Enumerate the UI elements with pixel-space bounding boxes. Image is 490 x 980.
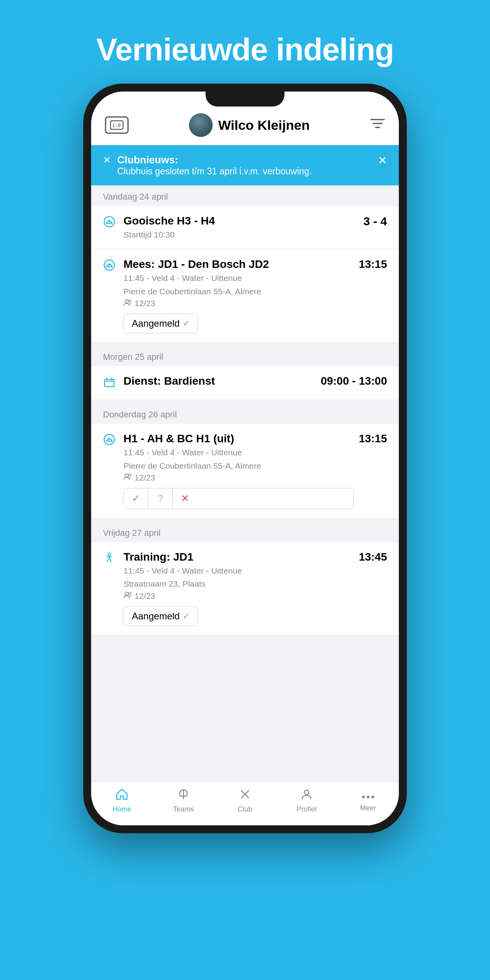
people-icon xyxy=(123,473,132,482)
event-details: Gooische H3 - H4 Starttijd 10:30 xyxy=(123,215,363,240)
rsvp-yes-button[interactable]: ✓ xyxy=(124,488,148,509)
event-title: Mees: JD1 - Den Bosch JD2 xyxy=(123,258,354,271)
notif-title: Clubnieuws: xyxy=(117,154,178,166)
notif-x-icon: ✕ xyxy=(103,155,111,166)
event-details: H1 - AH & BC H1 (uit) 11:45 - Veld 4 - W… xyxy=(123,432,354,509)
event-title: H1 - AH & BC H1 (uit) xyxy=(123,432,354,445)
nav-item-home[interactable]: Home xyxy=(91,788,153,814)
event-sub-line2: Pierre de Coubertinlaan 55-A, Almere xyxy=(123,286,354,297)
event-sub: Starttijd 10:30 xyxy=(123,229,363,240)
event-row: Training: JD1 11:45 - Veld 4 - Water - U… xyxy=(103,551,387,626)
rsvp-no-button[interactable]: ✕ xyxy=(173,488,197,509)
people-icon xyxy=(123,591,132,600)
profiel-icon xyxy=(301,788,312,803)
phone-notch xyxy=(206,92,284,107)
nav-item-club[interactable]: Club xyxy=(214,788,276,814)
svg-point-10 xyxy=(108,264,110,266)
event-card: Gooische H3 - H4 Starttijd 10:30 3 - 4 xyxy=(91,206,399,249)
event-score: 3 - 4 xyxy=(363,215,387,228)
event-title: Dienst: Bardienst xyxy=(123,375,316,387)
filter-icon[interactable] xyxy=(370,117,385,133)
svg-point-23 xyxy=(125,592,128,595)
meer-icon xyxy=(361,788,375,802)
svg-point-7 xyxy=(108,220,110,222)
date-header-friday: Vrijdag 27 april xyxy=(91,522,399,542)
date-header-tomorrow: Morgen 25 april xyxy=(91,346,399,366)
nav-item-profiel[interactable]: Profiel xyxy=(276,788,337,814)
svg-point-11 xyxy=(125,300,128,303)
event-time: 13:15 xyxy=(359,258,387,271)
bottom-nav: Home Teams xyxy=(91,782,399,825)
check-icon: ✓ xyxy=(183,611,190,621)
event-meta: 12/23 xyxy=(123,591,354,601)
nav-label-meer: Meer xyxy=(360,804,376,812)
svg-point-12 xyxy=(129,300,131,302)
phone-shell: 1:0 Wilco Kleijnen xyxy=(83,84,407,833)
nav-label-home: Home xyxy=(112,805,131,814)
people-icon xyxy=(123,299,132,308)
notification-banner: ✕ Clubnieuws: Clubhuis gesloten t/m 31 a… xyxy=(91,145,399,185)
event-title: Training: JD1 xyxy=(123,551,354,563)
hockey-icon xyxy=(103,433,116,449)
home-icon xyxy=(116,788,128,803)
event-title: Gooische H3 - H4 xyxy=(123,215,363,227)
section-divider xyxy=(91,342,399,346)
date-header-thursday: Donderdag 26 april xyxy=(91,403,399,424)
people-count: 12/23 xyxy=(135,473,155,483)
score-icon[interactable]: 1:0 xyxy=(105,116,129,134)
dienst-icon xyxy=(103,376,116,391)
event-details: Training: JD1 11:45 - Veld 4 - Water - U… xyxy=(123,551,354,626)
people-count: 12/23 xyxy=(135,299,155,308)
training-icon xyxy=(103,552,116,567)
event-sub-line1: 11:45 - Veld 4 - Water - Uittenue xyxy=(123,447,354,458)
event-meta: 12/23 xyxy=(123,473,354,483)
user-name: Wilco Kleijnen xyxy=(218,118,310,133)
event-sub-line2: Pierre de Coubertinlaan 55-A, Almere xyxy=(123,460,354,471)
phone-screen: 1:0 Wilco Kleijnen xyxy=(91,92,399,825)
event-row: Dienst: Bardienst 09:00 - 13:00 xyxy=(103,375,387,391)
hockey-icon xyxy=(103,259,116,274)
svg-point-29 xyxy=(367,796,370,799)
check-icon: ✓ xyxy=(183,318,190,329)
event-details: Dienst: Bardienst xyxy=(123,375,316,387)
notif-text: Clubnieuws: Clubhuis gesloten t/m 31 apr… xyxy=(117,154,372,177)
aangemeld-btn[interactable]: Aangemeld ✓ xyxy=(123,606,198,626)
nav-label-profiel: Profiel xyxy=(296,805,316,814)
page-title: Vernieuwde indeling xyxy=(0,0,490,84)
event-meta: 12/23 xyxy=(123,299,354,308)
date-header-today: Vandaag 24 april xyxy=(91,185,399,206)
svg-text:1:0: 1:0 xyxy=(112,123,121,128)
event-sub-line1: 11:45 - Veld 4 - Water - Uittenue xyxy=(123,565,354,576)
nav-item-meer[interactable]: Meer xyxy=(337,788,399,814)
event-sub-line2: Straatnaam 23, Plaats xyxy=(123,578,354,589)
svg-point-21 xyxy=(129,474,131,476)
nav-item-teams[interactable]: Teams xyxy=(153,788,214,814)
svg-point-20 xyxy=(125,474,128,477)
nav-label-club: Club xyxy=(238,805,252,814)
svg-rect-13 xyxy=(105,380,114,387)
avatar xyxy=(189,113,213,137)
event-time: 13:15 xyxy=(359,432,387,445)
nav-label-teams: Teams xyxy=(173,805,194,814)
aangemeld-btn[interactable]: Aangemeld ✓ xyxy=(123,314,198,333)
rsvp-maybe-button[interactable]: ? xyxy=(148,488,173,509)
club-icon xyxy=(239,788,251,803)
hockey-icon xyxy=(103,215,116,231)
svg-point-28 xyxy=(362,796,365,799)
bottom-spacer xyxy=(91,635,399,659)
people-count: 12/23 xyxy=(135,591,155,601)
svg-point-27 xyxy=(305,790,309,795)
section-divider xyxy=(91,518,399,522)
section-divider xyxy=(91,400,399,403)
event-time: 13:45 xyxy=(359,551,387,563)
event-row: Gooische H3 - H4 Starttijd 10:30 3 - 4 xyxy=(103,215,387,240)
event-card: Mees: JD1 - Den Bosch JD2 11:45 - Veld 4… xyxy=(91,249,399,342)
svg-point-19 xyxy=(108,438,110,440)
event-card: H1 - AH & BC H1 (uit) 11:45 - Veld 4 - W… xyxy=(91,424,399,518)
notif-close-icon[interactable]: ✕ xyxy=(378,154,387,167)
event-card: Dienst: Bardienst 09:00 - 13:00 xyxy=(91,366,399,400)
svg-point-22 xyxy=(108,553,111,555)
scroll-content: Vandaag 24 april xyxy=(91,185,399,782)
event-time: 09:00 - 13:00 xyxy=(321,375,387,387)
svg-point-30 xyxy=(372,796,374,799)
